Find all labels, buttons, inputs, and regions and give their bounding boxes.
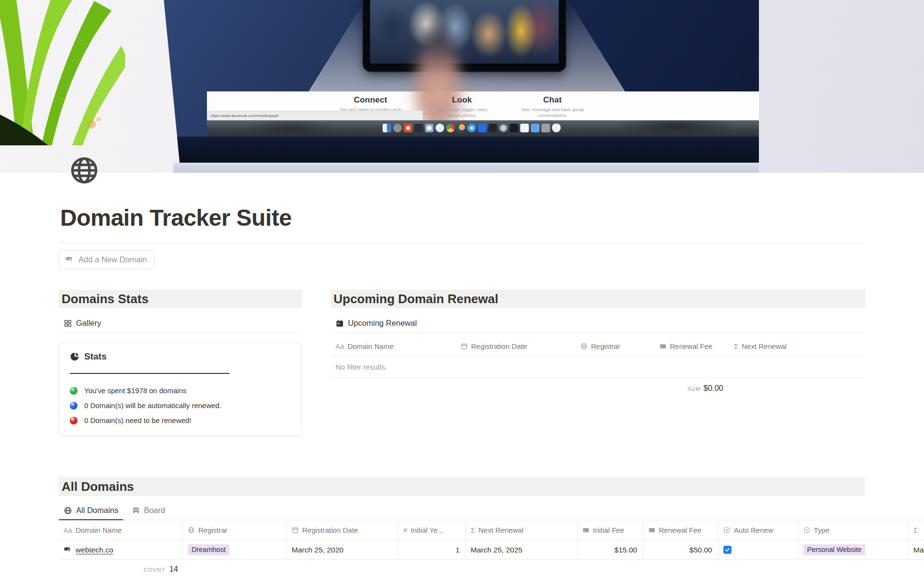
column-header-initial-fee[interactable]: Initial Fee <box>578 520 643 540</box>
domains-stats-header: Domains Stats <box>59 290 302 308</box>
gallery-icon <box>64 319 72 328</box>
table-footer: COUNT 14 <box>59 560 924 577</box>
sum-calculation[interactable]: SUM $0.00 <box>654 384 729 393</box>
green-dot-icon <box>70 387 77 395</box>
cover-feature: Chat Text, message and have groupconvers… <box>500 95 605 118</box>
column-header-registration-date[interactable]: Registration Date <box>456 337 576 356</box>
credit-card-icon <box>659 343 667 350</box>
page-title: Domain Tracker Suite <box>60 205 924 231</box>
column-header-type[interactable]: Type <box>798 520 909 540</box>
view-tab-board[interactable]: Board <box>132 501 165 520</box>
sigma-icon: Σ <box>913 526 918 534</box>
click-button-icon <box>65 255 74 264</box>
cell-type[interactable]: Personal Website <box>798 540 909 559</box>
text-type-icon: Aa <box>335 343 344 350</box>
upcoming-renewal-section: Upcoming Domain Renewal Upcoming Renewal <box>331 290 865 397</box>
blue-dot-icon <box>70 402 77 410</box>
all-domains-view-bar: All Domains Board <box>59 501 924 520</box>
stat-item-spent: You've spent $1978 on domains <box>70 383 291 398</box>
stats-card-title: Stats <box>70 351 291 362</box>
all-domains-header: All Domains <box>59 477 865 496</box>
cell-formula[interactable]: Ma <box>909 540 924 559</box>
stats-card[interactable]: Stats You've spent $1978 on domains 0 Do… <box>59 343 302 436</box>
column-header-renewal-fee[interactable]: Renewal Fee <box>654 337 729 356</box>
all-domains-section: All Domains All Domains <box>59 477 924 577</box>
upcoming-empty-state: No filter results. <box>331 356 865 378</box>
column-header-registration-date[interactable]: Registration Date <box>287 520 398 540</box>
divider <box>59 243 865 243</box>
upcoming-sum-row: SUM $0.00 <box>331 378 865 397</box>
select-icon <box>803 526 810 534</box>
red-dot-icon <box>70 417 77 424</box>
cell-initial-years[interactable]: 1 <box>398 540 466 559</box>
stat-item-need-renew: 0 Domain(s) need to be renewed! <box>70 413 291 428</box>
calendar-icon <box>461 343 468 350</box>
cover-url-bar: https://www.facebook.com/mobile/ipad# <box>207 111 423 120</box>
calendar-icon <box>292 526 299 534</box>
count-calculation[interactable]: COUNT 14 <box>59 560 183 577</box>
view-tab-all-domains[interactable]: All Domains <box>64 501 118 520</box>
cell-domain-name[interactable]: webtech.co <box>59 540 183 559</box>
upcoming-table-header: Aa Domain Name Registration Da <box>331 337 865 356</box>
notion-page: Connect Tap and swipe to quickly catchup… <box>0 0 924 577</box>
hash-icon: # <box>403 526 407 534</box>
stat-item-auto-renew: 0 Domain(s) will be automatically renewe… <box>70 398 291 413</box>
registrar-tag[interactable]: Dreamhost <box>188 544 230 555</box>
view-tab-gallery[interactable]: Gallery <box>64 314 101 333</box>
column-header-next-renewal[interactable]: Σ Next Renewal <box>729 337 860 356</box>
cover-monitor-photo: Connect Tap and swipe to quickly catchup… <box>149 0 759 163</box>
click-button-icon <box>64 546 72 554</box>
type-tag[interactable]: Personal Website <box>803 544 865 555</box>
cell-renewal-fee[interactable]: $50.00 <box>643 540 719 559</box>
stats-divider-line <box>70 373 230 374</box>
column-header-next-renewal[interactable]: Σ Next Renewal <box>466 520 578 540</box>
cover-feature: Look Flip through bigger, morevibrant ph… <box>409 95 515 118</box>
auto-renew-checkbox[interactable] <box>723 546 732 554</box>
column-header-auto-renew[interactable]: Auto Renew <box>719 520 798 540</box>
globe-icon <box>69 155 99 185</box>
domains-stats-view-bar: Gallery <box>59 314 302 333</box>
globe-icon <box>580 343 588 350</box>
cover-plant <box>0 0 125 145</box>
column-header-registrar[interactable]: Registrar <box>183 520 287 540</box>
board-icon <box>132 506 140 514</box>
credit-card-icon <box>648 526 655 534</box>
cover-image: Connect Tap and swipe to quickly catchup… <box>0 0 924 173</box>
domain-link[interactable]: webtech.co <box>64 546 113 554</box>
column-header-registrar[interactable]: Registrar <box>576 337 654 356</box>
cell-initial-fee[interactable]: $15.00 <box>578 540 643 559</box>
cell-auto-renew[interactable] <box>719 540 798 559</box>
globe-icon <box>188 526 195 534</box>
upcoming-renewal-header: Upcoming Domain Renewal <box>331 290 865 308</box>
credit-card-icon <box>582 526 590 534</box>
calendar-icon <box>335 319 344 328</box>
check-icon <box>725 547 730 552</box>
column-header-formula[interactable]: Σ <box>909 520 924 540</box>
checkbox-icon <box>723 526 731 534</box>
upcoming-view-bar: Upcoming Renewal <box>331 314 865 333</box>
cell-registrar[interactable]: Dreamhost <box>183 540 287 559</box>
text-type-icon: Aa <box>64 527 72 534</box>
cell-next-renewal[interactable]: March 25, 2025 <box>466 540 578 559</box>
globe-icon <box>64 506 72 515</box>
column-header-domain-name[interactable]: Aa Domain Name <box>331 337 456 356</box>
sigma-icon: Σ <box>471 526 475 534</box>
page-icon-globe[interactable] <box>69 155 99 185</box>
view-tab-upcoming-renewal[interactable]: Upcoming Renewal <box>335 314 417 333</box>
sigma-icon: Σ <box>734 343 738 350</box>
column-header-domain-name[interactable]: Aa Domain Name <box>59 520 183 540</box>
cell-registration-date[interactable]: March 25, 2020 <box>287 540 398 559</box>
domains-stats-section: Domains Stats Gallery <box>59 290 302 436</box>
column-header-initial-years[interactable]: # Initial Ye... <box>398 520 466 540</box>
cover-dock <box>207 120 759 137</box>
all-domains-table-header: Aa Domain Name Registrar <box>59 520 924 540</box>
add-new-domain-button[interactable]: Add a New Domain <box>59 250 155 269</box>
table-row: webtech.co Dreamhost March 25, 2020 1 Ma… <box>59 540 924 560</box>
pie-chart-icon <box>70 352 79 361</box>
column-header-renewal-fee[interactable]: Renewal Fee <box>643 520 719 540</box>
